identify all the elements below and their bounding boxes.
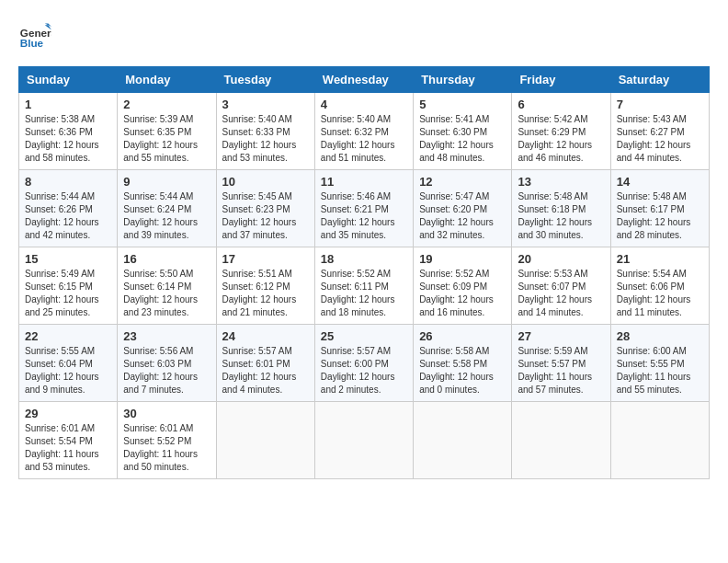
calendar-cell: 12 Sunrise: 5:47 AMSunset: 6:20 PMDaylig… (414, 170, 512, 247)
calendar-cell: 17 Sunrise: 5:51 AMSunset: 6:12 PMDaylig… (216, 247, 314, 325)
day-info: Sunrise: 6:01 AMSunset: 5:52 PMDaylight:… (123, 422, 210, 474)
day-info: Sunrise: 6:00 AMSunset: 5:55 PMDaylight:… (617, 345, 703, 396)
day-info: Sunrise: 5:52 AMSunset: 6:11 PMDaylight:… (321, 268, 407, 319)
calendar-cell: 21 Sunrise: 5:54 AMSunset: 6:06 PMDaylig… (610, 247, 709, 325)
day-number: 9 (123, 175, 210, 189)
day-number: 13 (518, 175, 604, 189)
day-number: 23 (123, 329, 210, 343)
day-number: 26 (419, 329, 506, 343)
day-number: 21 (617, 252, 703, 266)
calendar-cell: 8 Sunrise: 5:44 AMSunset: 6:26 PMDayligh… (19, 170, 118, 247)
calendar-week-2: 8 Sunrise: 5:44 AMSunset: 6:26 PMDayligh… (19, 170, 710, 247)
calendar-body: 1 Sunrise: 5:38 AMSunset: 6:36 PMDayligh… (19, 93, 710, 479)
day-number: 10 (222, 175, 309, 189)
day-number: 24 (222, 329, 309, 343)
weekday-header-sunday: Sunday (19, 67, 118, 93)
calendar-cell: 10 Sunrise: 5:45 AMSunset: 6:23 PMDaylig… (216, 170, 314, 247)
calendar-cell (414, 402, 512, 479)
calendar-cell: 13 Sunrise: 5:48 AMSunset: 6:18 PMDaylig… (512, 170, 610, 247)
day-number: 17 (222, 252, 309, 266)
day-info: Sunrise: 5:50 AMSunset: 6:14 PMDaylight:… (123, 268, 210, 319)
day-number: 14 (617, 175, 703, 189)
day-number: 15 (25, 252, 111, 266)
day-number: 8 (25, 175, 111, 189)
day-info: Sunrise: 5:40 AMSunset: 6:33 PMDaylight:… (222, 113, 309, 165)
calendar-table: SundayMondayTuesdayWednesdayThursdayFrid… (18, 66, 710, 479)
day-info: Sunrise: 5:44 AMSunset: 6:26 PMDaylight:… (25, 190, 111, 242)
calendar-cell: 24 Sunrise: 5:57 AMSunset: 6:01 PMDaylig… (216, 325, 314, 402)
calendar-cell: 7 Sunrise: 5:43 AMSunset: 6:27 PMDayligh… (610, 93, 709, 170)
day-info: Sunrise: 5:57 AMSunset: 6:01 PMDaylight:… (222, 345, 309, 396)
day-number: 22 (25, 329, 111, 343)
day-number: 19 (419, 252, 506, 266)
day-info: Sunrise: 5:46 AMSunset: 6:21 PMDaylight:… (321, 190, 407, 242)
calendar-cell: 3 Sunrise: 5:40 AMSunset: 6:33 PMDayligh… (216, 93, 314, 170)
calendar-week-3: 15 Sunrise: 5:49 AMSunset: 6:15 PMDaylig… (19, 247, 710, 325)
weekday-header-wednesday: Wednesday (314, 67, 413, 93)
day-info: Sunrise: 5:58 AMSunset: 5:58 PMDaylight:… (419, 345, 506, 396)
calendar-cell (314, 402, 413, 479)
calendar-week-5: 29 Sunrise: 6:01 AMSunset: 5:54 PMDaylig… (19, 402, 710, 479)
calendar-cell: 22 Sunrise: 5:55 AMSunset: 6:04 PMDaylig… (19, 325, 118, 402)
day-info: Sunrise: 5:51 AMSunset: 6:12 PMDaylight:… (222, 268, 309, 319)
weekday-header-friday: Friday (512, 67, 610, 93)
calendar-cell: 16 Sunrise: 5:50 AMSunset: 6:14 PMDaylig… (118, 247, 216, 325)
calendar-cell: 30 Sunrise: 6:01 AMSunset: 5:52 PMDaylig… (118, 402, 216, 479)
calendar-cell (610, 402, 709, 479)
calendar-cell: 27 Sunrise: 5:59 AMSunset: 5:57 PMDaylig… (512, 325, 610, 402)
day-info: Sunrise: 5:39 AMSunset: 6:35 PMDaylight:… (123, 113, 210, 165)
calendar-cell: 1 Sunrise: 5:38 AMSunset: 6:36 PMDayligh… (19, 93, 118, 170)
day-info: Sunrise: 5:40 AMSunset: 6:32 PMDaylight:… (321, 113, 407, 165)
day-number: 4 (321, 98, 407, 111)
day-info: Sunrise: 5:56 AMSunset: 6:03 PMDaylight:… (123, 345, 210, 396)
day-number: 30 (123, 407, 210, 420)
day-info: Sunrise: 5:43 AMSunset: 6:27 PMDaylight:… (617, 113, 703, 165)
calendar-cell: 2 Sunrise: 5:39 AMSunset: 6:35 PMDayligh… (118, 93, 216, 170)
day-number: 3 (222, 98, 309, 111)
calendar-week-4: 22 Sunrise: 5:55 AMSunset: 6:04 PMDaylig… (19, 325, 710, 402)
day-info: Sunrise: 5:42 AMSunset: 6:29 PMDaylight:… (518, 113, 604, 165)
calendar-cell: 26 Sunrise: 5:58 AMSunset: 5:58 PMDaylig… (414, 325, 512, 402)
calendar-cell: 29 Sunrise: 6:01 AMSunset: 5:54 PMDaylig… (19, 402, 118, 479)
calendar-cell: 9 Sunrise: 5:44 AMSunset: 6:24 PMDayligh… (118, 170, 216, 247)
calendar-cell: 20 Sunrise: 5:53 AMSunset: 6:07 PMDaylig… (512, 247, 610, 325)
day-number: 7 (617, 98, 703, 111)
day-info: Sunrise: 5:59 AMSunset: 5:57 PMDaylight:… (518, 345, 604, 396)
day-info: Sunrise: 5:44 AMSunset: 6:24 PMDaylight:… (123, 190, 210, 242)
weekday-header-thursday: Thursday (414, 67, 512, 93)
calendar-cell: 25 Sunrise: 5:57 AMSunset: 6:00 PMDaylig… (314, 325, 413, 402)
calendar-cell: 23 Sunrise: 5:56 AMSunset: 6:03 PMDaylig… (118, 325, 216, 402)
day-number: 20 (518, 252, 604, 266)
day-number: 5 (419, 98, 506, 111)
calendar-cell: 15 Sunrise: 5:49 AMSunset: 6:15 PMDaylig… (19, 247, 118, 325)
day-number: 12 (419, 175, 506, 189)
day-info: Sunrise: 5:45 AMSunset: 6:23 PMDaylight:… (222, 190, 309, 242)
calendar-cell: 6 Sunrise: 5:42 AMSunset: 6:29 PMDayligh… (512, 93, 610, 170)
day-number: 11 (321, 175, 407, 189)
day-info: Sunrise: 5:49 AMSunset: 6:15 PMDaylight:… (25, 268, 111, 319)
day-info: Sunrise: 5:38 AMSunset: 6:36 PMDaylight:… (25, 113, 111, 165)
day-number: 27 (518, 329, 604, 343)
calendar-cell: 18 Sunrise: 5:52 AMSunset: 6:11 PMDaylig… (314, 247, 413, 325)
day-info: Sunrise: 5:55 AMSunset: 6:04 PMDaylight:… (25, 345, 111, 396)
day-number: 6 (518, 98, 604, 111)
day-info: Sunrise: 5:52 AMSunset: 6:09 PMDaylight:… (419, 268, 506, 319)
calendar-cell: 28 Sunrise: 6:00 AMSunset: 5:55 PMDaylig… (610, 325, 709, 402)
day-info: Sunrise: 5:54 AMSunset: 6:06 PMDaylight:… (617, 268, 703, 319)
calendar-cell (216, 402, 314, 479)
weekday-header-saturday: Saturday (610, 67, 709, 93)
page-header: General Blue (18, 18, 710, 52)
day-info: Sunrise: 5:57 AMSunset: 6:00 PMDaylight:… (321, 345, 407, 396)
day-info: Sunrise: 5:48 AMSunset: 6:17 PMDaylight:… (617, 190, 703, 242)
weekday-header-tuesday: Tuesday (216, 67, 314, 93)
calendar-cell: 14 Sunrise: 5:48 AMSunset: 6:17 PMDaylig… (610, 170, 709, 247)
logo-icon: General Blue (18, 18, 51, 52)
calendar-cell: 11 Sunrise: 5:46 AMSunset: 6:21 PMDaylig… (314, 170, 413, 247)
day-number: 29 (25, 407, 111, 420)
day-info: Sunrise: 5:53 AMSunset: 6:07 PMDaylight:… (518, 268, 604, 319)
day-info: Sunrise: 6:01 AMSunset: 5:54 PMDaylight:… (25, 422, 111, 474)
calendar-cell: 5 Sunrise: 5:41 AMSunset: 6:30 PMDayligh… (414, 93, 512, 170)
day-number: 2 (123, 98, 210, 111)
svg-text:Blue: Blue (20, 37, 44, 49)
day-info: Sunrise: 5:47 AMSunset: 6:20 PMDaylight:… (419, 190, 506, 242)
